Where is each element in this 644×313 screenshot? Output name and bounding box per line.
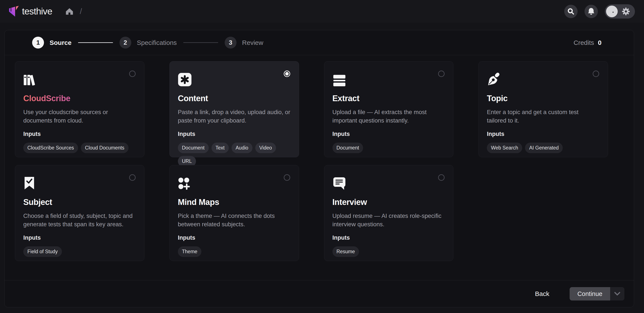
card-description: Pick a theme — AI connects the dots betw… [178,212,291,228]
notifications-button[interactable] [584,5,598,18]
source-card-topic[interactable]: Topic Enter a topic and get a custom tes… [478,61,608,157]
credits-label: Credits [574,39,594,46]
continue-button[interactable]: Continue [570,287,610,300]
dots-plus-icon [178,176,291,190]
card-chips: Document [332,143,445,153]
bookmark-check-icon [23,176,136,190]
step-specifications-label: Specifications [137,39,177,46]
card-chips: Theme [178,246,291,257]
source-card-content[interactable]: Content Paste a link, drop a video, uplo… [170,61,299,157]
step-review[interactable]: 3 Review [225,37,263,49]
card-description: Upload resume — AI creates role-specific… [332,212,445,228]
input-chip: Cloud Documents [81,143,128,153]
card-description: Use your cloudscribe sources or document… [23,108,136,125]
card-inputs-label: Inputs [332,234,445,241]
card-inputs-label: Inputs [487,131,600,137]
topbar: testhive / [0,0,644,23]
brand-name: testhive [22,6,52,17]
breadcrumb-separator: / [80,7,82,16]
step-connector-1 [78,42,113,43]
step-source-number: 1 [32,37,44,49]
chevron-down-icon [614,292,620,296]
input-chip: CloudScribe Sources [23,143,78,153]
card-description: Paste a link, drop a video, upload audio… [178,108,291,125]
brand-logo-icon [9,6,19,17]
breadcrumb: / [65,7,82,16]
rows-icon [332,72,445,87]
input-chip: Theme [178,246,202,257]
card-title: Extract [332,94,445,103]
card-radio[interactable] [284,174,290,181]
card-radio[interactable] [129,174,136,181]
avatar[interactable] [606,6,618,17]
input-chip: Web Search [487,143,522,153]
card-chips: Web SearchAI Generated [487,143,600,153]
input-chip: Audio [232,143,252,153]
user-menu[interactable] [605,4,635,19]
step-connector-2 [183,42,218,43]
step-source[interactable]: 1 Source [32,37,72,49]
card-chips: DocumentTextAudioVideoURL [178,143,291,167]
credits: Credits 0 [574,39,602,46]
card-inputs-label: Inputs [332,131,445,137]
card-chips: Field of Study [23,246,136,257]
card-radio[interactable] [284,71,290,77]
brand-logo[interactable]: testhive [9,6,52,17]
continue-split-button: Continue [570,287,624,300]
input-chip: AI Generated [525,143,563,153]
card-inputs-label: Inputs [23,234,136,241]
card-description: Enter a topic and get a custom test tail… [487,108,600,125]
card-chips: CloudScribe SourcesCloud Documents [23,143,136,153]
library-icon [23,72,136,87]
input-chip: Text [212,143,229,153]
card-title: Topic [487,94,600,103]
input-chip: Video [255,143,276,153]
step-specifications-number: 2 [120,37,131,49]
continue-dropdown-button[interactable] [610,287,624,300]
source-card-subject[interactable]: Subject Choose a field of study, subject… [15,165,144,261]
source-card-mind-maps[interactable]: Mind Maps Pick a theme — AI connects the… [170,165,299,261]
wizard-panel: 1 Source 2 Specifications 3 Review Credi… [4,30,634,307]
input-chip: Field of Study [23,246,62,257]
source-card-extract[interactable]: Extract Upload a file — AI extracts the … [324,61,454,157]
input-chip: Document [178,143,209,153]
topbar-actions [564,4,635,19]
pen-nib-icon [487,72,600,87]
card-title: Mind Maps [178,198,291,207]
credits-value: 0 [598,39,602,46]
wizard-footer: Back Continue [4,280,634,307]
card-inputs-label: Inputs [178,234,291,241]
search-icon [567,8,574,15]
card-title: Subject [23,198,136,207]
card-title: Interview [332,198,445,207]
card-description: Choose a field of study, subject, topic … [23,212,136,228]
card-title: Content [178,94,291,103]
card-title: CloudScribe [23,94,136,103]
step-review-label: Review [242,39,263,46]
card-inputs-label: Inputs [23,131,136,137]
source-cards-grid: CloudScribe Use your cloudscribe sources… [4,55,634,261]
card-inputs-label: Inputs [178,131,291,137]
back-button[interactable]: Back [532,288,552,300]
stepper: 1 Source 2 Specifications 3 Review Credi… [4,30,634,55]
source-card-cloudscribe[interactable]: CloudScribe Use your cloudscribe sources… [15,61,144,157]
card-description: Upload a file — AI extracts the most imp… [332,108,445,125]
source-card-interview[interactable]: Interview Upload resume — AI creates rol… [324,165,454,261]
card-radio[interactable] [129,71,136,77]
chat-lines-icon [332,176,445,190]
card-radio[interactable] [593,71,599,77]
search-button[interactable] [564,5,578,18]
gear-icon[interactable] [622,8,630,15]
step-source-label: Source [50,39,72,46]
card-chips: Resume [332,246,445,257]
asterisk-icon [178,72,291,87]
home-icon[interactable] [65,7,74,16]
bell-icon [588,8,595,15]
step-review-number: 3 [225,37,236,49]
input-chip: Document [332,143,363,153]
step-specifications[interactable]: 2 Specifications [120,37,177,49]
input-chip: Resume [332,246,359,257]
